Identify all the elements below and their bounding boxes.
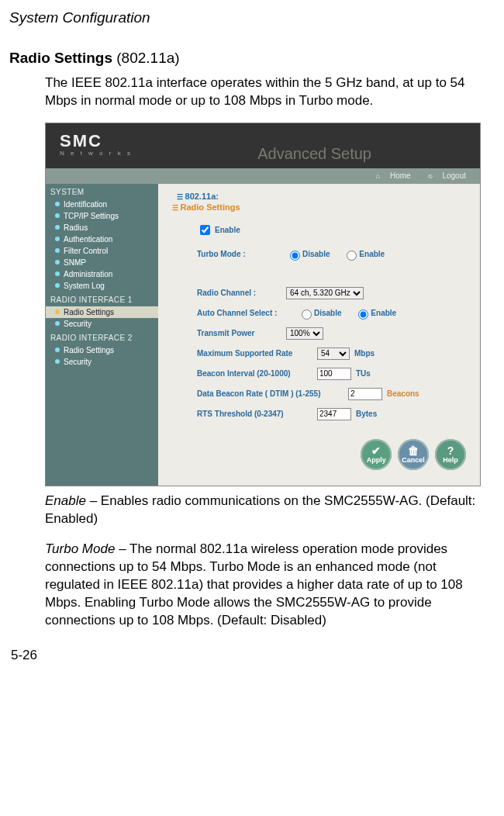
sidebar-item-administration[interactable]: Administration [46, 268, 158, 280]
top-toolbar: ⌂Home ⎋Logout [46, 168, 480, 184]
bullet-icon [55, 237, 60, 241]
max-rate-select[interactable]: 54 [317, 347, 350, 360]
auto-channel-enable-option[interactable]: Enable [354, 309, 396, 317]
sidebar-cat-ri1: RADIO INTERFACE 1 [46, 292, 158, 306]
caption-turbo-term: Turbo Mode [45, 541, 115, 556]
sidebar-item-label: SNMP [64, 258, 86, 267]
dtim-input[interactable] [348, 388, 382, 400]
sidebar-item-authentication[interactable]: Authentication [46, 233, 158, 245]
sidebar-item-label: Authentication [64, 235, 112, 244]
turbo-disable-option[interactable]: Disable [286, 250, 330, 258]
sidebar-item-label: Administration [64, 270, 112, 278]
page-header: System Configuration [9, 9, 496, 26]
trash-icon: 🗑 [408, 445, 419, 456]
transmit-power-label: Transmit Power [197, 329, 286, 337]
max-rate-unit: Mbps [354, 349, 375, 358]
sidebar-item-filter-control[interactable]: Filter Control [46, 245, 158, 257]
turbo-disable-radio[interactable] [290, 251, 300, 261]
enable-label: Enable [215, 226, 240, 234]
sidebar-item-ri2-security[interactable]: Security [46, 356, 158, 368]
sidebar-item-label: TCP/IP Settings [64, 212, 119, 220]
radio-label: Disable [302, 250, 330, 258]
dtim-row: Data Beacon Rate ( DTIM ) (1-255) Beacon… [197, 388, 472, 400]
caption-turbo: Turbo Mode – The normal 802.11a wireless… [45, 541, 490, 630]
turbo-enable-option[interactable]: Enable [343, 250, 385, 258]
beacon-interval-label: Beacon Interval (20-1000) [197, 369, 317, 378]
beacon-interval-row: Beacon Interval (20-1000) TUs [197, 368, 472, 380]
turbo-mode-row: Turbo Mode : Disable Enable [197, 248, 472, 261]
enable-row: Enable [197, 223, 472, 237]
sidebar-item-system-log[interactable]: System Log [46, 280, 158, 292]
bullet-icon [55, 283, 60, 288]
sidebar-cat-system: SYSTEM [46, 184, 158, 199]
form-area: Enable Turbo Mode : Disable Enable Radio… [197, 223, 472, 420]
apply-button[interactable]: ✔Apply [361, 439, 392, 470]
sidebar-cat-ri2: RADIO INTERFACE 2 [46, 330, 158, 344]
enable-checkbox[interactable] [200, 225, 210, 235]
bullet-icon [55, 225, 60, 230]
radio-channel-label: Radio Channel : [197, 289, 286, 297]
sidebar-item-ri1-radio-settings[interactable]: Radio Settings [46, 306, 158, 318]
bullet-icon [55, 202, 60, 206]
breadcrumb-1: 802.11a: [177, 192, 472, 201]
main-panel: 802.11a: Radio Settings Enable Turbo Mod… [158, 184, 480, 486]
transmit-power-row: Transmit Power 100% [197, 327, 472, 340]
radio-label: Enable [359, 250, 385, 258]
dtim-label: Data Beacon Rate ( DTIM ) (1-255) [197, 389, 348, 398]
caption-enable-rest: – Enables radio communications on the SM… [45, 493, 475, 526]
sidebar-item-label: Security [64, 358, 91, 366]
check-icon: ✔ [371, 445, 381, 456]
sidebar-item-label: Identification [64, 200, 107, 209]
max-rate-row: Maximum Supported Rate 54 Mbps [197, 347, 472, 360]
brand-logo-sub: N e t w o r k s [60, 150, 133, 157]
question-icon: ? [447, 445, 454, 456]
sidebar-item-identification[interactable]: Identification [46, 199, 158, 210]
button-label: Cancel [402, 456, 425, 464]
brand-logo: SMC [60, 131, 102, 151]
logout-link[interactable]: ⎋Logout [420, 171, 466, 180]
bullet-icon [55, 347, 60, 352]
sidebar-item-label: Radio Settings [64, 308, 114, 316]
caption-enable: Enable – Enables radio communications on… [45, 493, 490, 528]
radio-channel-select[interactable]: 64 ch, 5.320 GHz [286, 287, 364, 299]
cancel-button[interactable]: 🗑Cancel [398, 439, 429, 470]
sidebar-item-radius[interactable]: Radius [46, 222, 158, 233]
beacon-interval-unit: TUs [356, 369, 371, 378]
auto-channel-enable-radio[interactable] [358, 309, 368, 320]
sidebar-item-tcpip[interactable]: TCP/IP Settings [46, 210, 158, 222]
bullet-icon [55, 260, 60, 265]
action-buttons: ✔Apply 🗑Cancel ?Help [166, 439, 466, 470]
rts-input[interactable] [317, 408, 351, 420]
bullet-icon [55, 321, 60, 326]
bullet-icon [55, 213, 60, 218]
sidebar-item-label: Radius [64, 223, 88, 232]
logout-icon: ⎋ [428, 172, 432, 180]
turbo-enable-radio[interactable] [347, 251, 357, 261]
intro-paragraph: The IEEE 802.11a interface operates with… [45, 74, 490, 110]
sidebar-item-ri2-radio-settings[interactable]: Radio Settings [46, 344, 158, 356]
bullet-icon [55, 248, 60, 253]
home-link[interactable]: ⌂Home [368, 171, 411, 180]
auto-channel-disable-option[interactable]: Disable [298, 309, 342, 317]
sidebar-item-snmp[interactable]: SNMP [46, 257, 158, 268]
radio-label: Disable [314, 309, 342, 317]
bullet-icon [55, 271, 60, 276]
transmit-power-select[interactable]: 100% [286, 327, 323, 340]
home-label: Home [390, 171, 411, 180]
logout-label: Logout [442, 171, 466, 180]
bullet-icon [55, 359, 60, 364]
radio-channel-row: Radio Channel : 64 ch, 5.320 GHz [197, 287, 472, 299]
rts-row: RTS Threshold (0-2347) Bytes [197, 408, 472, 420]
sidebar-item-label: Security [64, 320, 91, 328]
section-title: Radio Settings (802.11a) [9, 50, 496, 67]
bullet-icon [55, 309, 60, 314]
sidebar-item-ri1-security[interactable]: Security [46, 318, 158, 330]
help-button[interactable]: ?Help [435, 439, 466, 470]
auto-channel-row: Auto Channel Select : Disable Enable [197, 307, 472, 320]
sidebar-item-label: System Log [64, 282, 105, 290]
breadcrumb-2: Radio Settings [172, 202, 472, 212]
screenshot-banner: SMC N e t w o r k s Advanced Setup [46, 123, 480, 168]
auto-channel-disable-radio[interactable] [302, 309, 312, 320]
auto-channel-label: Auto Channel Select : [197, 309, 298, 317]
beacon-interval-input[interactable] [317, 368, 351, 380]
